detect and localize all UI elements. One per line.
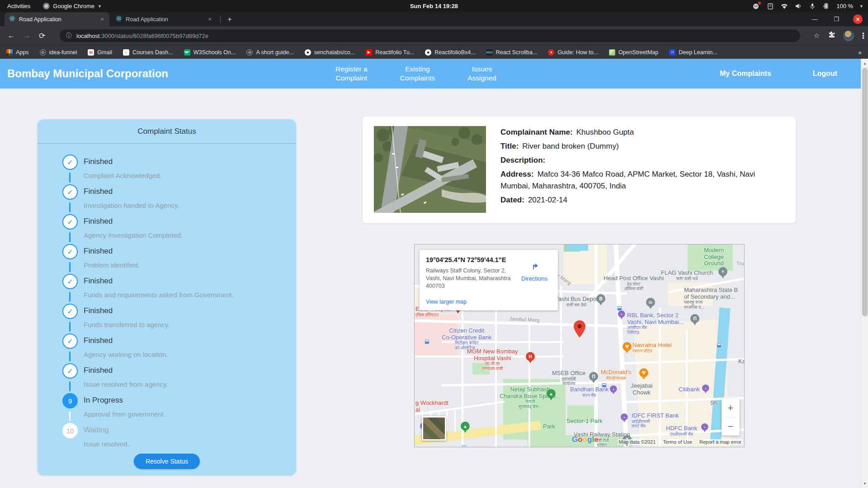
back-button[interactable]: ← [4, 31, 19, 40]
profile-avatar[interactable] [843, 30, 854, 41]
satellite-view-thumbnail[interactable] [422, 416, 446, 441]
map-label-modern: ModernCollegeGround [704, 247, 724, 267]
tree-pin-glyph: ▲ [461, 422, 470, 431]
label-line: Ka [738, 358, 745, 365]
bookmark-item[interactable]: OpenStreetMap [609, 49, 658, 56]
osm-icon [609, 49, 615, 56]
terms-of-use-link[interactable]: Terms of Use [662, 439, 693, 445]
close-button[interactable]: ✕ [853, 14, 863, 24]
github-icon: ● [425, 49, 431, 56]
complaint-photo [374, 126, 486, 213]
scrollbar-thumb[interactable] [862, 68, 868, 316]
bookmark-item[interactable]: ●senchalabs/co... [305, 49, 355, 56]
wifi-icon[interactable] [780, 3, 788, 9]
bus-stop-icon [717, 343, 722, 348]
url-host: localhost [76, 33, 99, 39]
discord-tray-icon[interactable] [752, 3, 760, 9]
label-line: FLAG Vashi Church [661, 270, 713, 277]
field-label: Dated: [500, 196, 524, 204]
pin-tail [599, 302, 603, 305]
minimize-button[interactable]: — [810, 16, 820, 23]
depot-pin: B [596, 294, 605, 306]
directions-block[interactable]: Directions [518, 260, 551, 282]
browser-tab[interactable]: Road Application× [111, 12, 217, 26]
bookmark-item[interactable]: ▶Reactifolio Tu... [366, 49, 414, 56]
scroll-up-arrow[interactable]: ▲ [861, 60, 868, 67]
microphone-icon[interactable] [808, 3, 816, 9]
bookmark-label: Apps [16, 49, 29, 56]
map-address-line: Vashi, Navi Mumbai, Maharashtra [426, 275, 510, 282]
bookmark-item[interactable]: ●ReactifolioBs4... [425, 49, 475, 56]
view-larger-map-link[interactable]: View larger map [426, 299, 467, 305]
new-tab-button[interactable]: + [224, 14, 235, 25]
building-pin: Π [589, 372, 598, 384]
forward-button[interactable]: → [19, 31, 34, 40]
google-map-embed[interactable]: Dayanshwar MargJuhu Nagar RdJambul MargH… [414, 244, 745, 447]
zoom-out-button[interactable]: − [722, 418, 740, 436]
bookmark-item[interactable]: ◍idea-funnel [40, 49, 77, 56]
nav-item-issues[interactable]: IssuesAssigned [467, 65, 496, 83]
bookmark-item[interactable]: ♕Courses Dash... [123, 49, 173, 56]
map-label-vashi-bus-depot: Vashi Bus Depotवाशी बस डेपो [555, 296, 598, 307]
maximize-button[interactable]: ❐ [831, 16, 841, 23]
bookmark-item[interactable]: MGmail [88, 49, 112, 56]
battery-icon[interactable] [822, 3, 830, 9]
bookmark-item[interactable]: W³W3Schools On... [184, 49, 236, 56]
status-step: ✓FinishedIssue resolved from agency. [38, 363, 296, 393]
volume-icon[interactable] [794, 3, 802, 9]
activities-button[interactable]: Activities [7, 3, 30, 9]
browser-tab[interactable]: Road Application× [5, 12, 109, 26]
bookmarks-overflow-chevron[interactable]: » [858, 49, 862, 56]
scroll-down-arrow[interactable]: ▼ [861, 480, 868, 487]
step-description: Problem identified. [84, 261, 140, 269]
nav-line1: Register a [335, 65, 368, 74]
bookmark-item[interactable]: ∷Deep Learnin... [669, 49, 717, 56]
label-line: Jeejabai [631, 383, 652, 389]
step-number: 10 [62, 423, 78, 438]
pin-tail [625, 350, 629, 353]
nav-line1: Issues [467, 65, 496, 74]
label-line-devanagari: रुग्णालय वाशी [467, 366, 518, 371]
reload-button[interactable]: ⟳ [34, 31, 50, 41]
bookmark-label: senchalabs/co... [314, 49, 355, 56]
notebook-tray-icon[interactable] [766, 3, 774, 9]
step-connector [69, 292, 71, 302]
resolve-status-button[interactable]: Resolve Status [134, 454, 200, 469]
bookmark-item[interactable]: ●Guide: How to... [548, 49, 598, 56]
step-description: Issue resolved. [84, 440, 129, 448]
map-label-citizen-credit: Citizen CreditCo-Operative Bankसिटीझन क्… [442, 328, 492, 350]
address-bar[interactable]: ⓘ localhost:3000/status/6028fa696f0075b9… [60, 29, 800, 42]
building-pin-glyph: Π [589, 372, 598, 381]
map-attribution: Map data ©2021 Terms of Use Report a map… [618, 439, 742, 445]
complaint-field: Complainant Name:Khushboo Gupta [500, 127, 785, 138]
zoom-in-button[interactable]: + [722, 399, 740, 417]
nav-item-register-a[interactable]: Register aComplaint [335, 65, 368, 83]
label-line: g Wockhardt [415, 400, 448, 407]
page-scrollbar[interactable]: ▲ ▼ [861, 59, 868, 488]
pin-tail [642, 376, 646, 380]
report-map-error-link[interactable]: Report a map error [698, 439, 742, 445]
tab-close-icon[interactable]: × [99, 16, 105, 23]
bookmark-item[interactable]: ◍A short guide... [246, 49, 293, 56]
clock[interactable]: Sun Feb 14 19:28 [410, 3, 458, 9]
map-data-credit: Map data ©2021 [618, 439, 657, 445]
system-menu-chevron-icon[interactable]: ▼ [859, 4, 863, 9]
extensions-puzzle-icon[interactable] [828, 31, 835, 40]
nav-item-my-complaints[interactable]: My Complaints [720, 69, 771, 78]
nav-item-logout[interactable]: Logout [813, 69, 837, 78]
site-info-icon[interactable]: ⓘ [66, 32, 72, 40]
bookmark-item[interactable]: MDBReact Scrollba... [486, 49, 538, 56]
chrome-menu-icon[interactable]: ••• [862, 33, 864, 39]
check-icon: ✓ [62, 304, 78, 319]
app-menu[interactable]: Google Chrome ▼ [43, 3, 102, 9]
nav-item-existing[interactable]: ExistingComplaints [400, 65, 435, 83]
label-line-devanagari: ऑफिस वाशी [604, 286, 664, 291]
bookmark-star-icon[interactable]: ☆ [814, 32, 820, 40]
tab-close-icon[interactable]: × [207, 16, 212, 23]
label-line: Sh [710, 400, 717, 407]
label-line: Citizen Credit [442, 328, 492, 334]
step-connector [69, 381, 71, 391]
nav-line2: Complaint [335, 74, 368, 83]
map-marker[interactable] [574, 320, 585, 338]
bookmark-item[interactable]: Apps [6, 49, 29, 56]
